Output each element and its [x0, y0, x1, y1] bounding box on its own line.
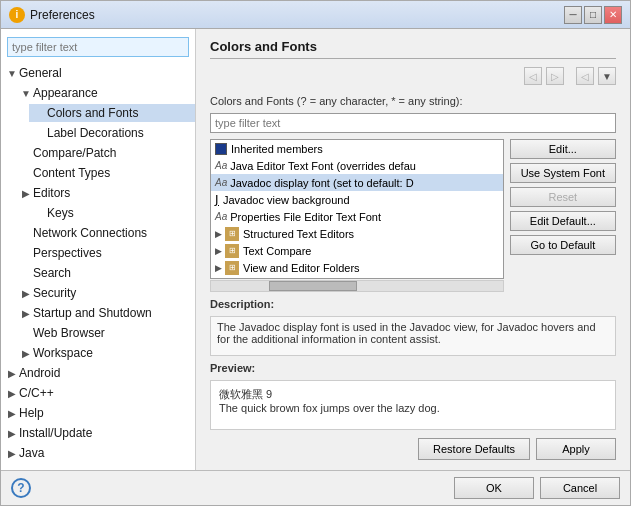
tree-label-perspectives: Perspectives [33, 246, 102, 260]
tree-label-editors: Editors [33, 186, 70, 200]
right-filter-input[interactable] [210, 113, 616, 133]
tree-item-keys[interactable]: Keys [29, 203, 195, 223]
list-item-properties[interactable]: Aa Properties File Editor Text Font [211, 208, 503, 225]
spacer-compare [19, 148, 33, 159]
aa-prefix-java: Aa [215, 160, 227, 171]
scroll-thumb [269, 281, 356, 291]
dialog-footer: ? OK Cancel [1, 470, 630, 505]
back-button[interactable]: ◁ [524, 67, 542, 85]
apply-button[interactable]: Apply [536, 438, 616, 460]
tree-label-help: Help [19, 406, 44, 420]
color-swatch-inherited [215, 143, 227, 155]
preview-chinese: 微软雅黑 9 [219, 387, 607, 402]
expand-icon-workspace: ▶ [19, 348, 33, 359]
tree-item-workspace[interactable]: ▶ Workspace [15, 343, 195, 363]
spacer-web [19, 328, 33, 339]
list-group-structured[interactable]: ▶ ⊞ Structured Text Editors [211, 225, 503, 242]
expand-icon-editors: ▶ [19, 188, 33, 199]
tree-item-android[interactable]: ▶ Android [1, 363, 195, 383]
list-item-java-editor[interactable]: Aa Java Editor Text Font (overrides defa… [211, 157, 503, 174]
tree-item-label-decorations[interactable]: Label Decorations [29, 123, 195, 143]
list-group-view-editor[interactable]: ▶ ⊞ View and Editor Folders [211, 259, 503, 276]
label-javadoc-display: Javadoc display font (set to default: D [230, 177, 413, 189]
tree-item-install-update[interactable]: ▶ Install/Update [1, 423, 195, 443]
dialog-title: Preferences [30, 8, 95, 22]
edit-button[interactable]: Edit... [510, 139, 616, 159]
expand-icon-install: ▶ [5, 428, 19, 439]
description-box: The Javadoc display font is used in the … [210, 316, 616, 356]
tree-item-network[interactable]: Network Connections [15, 223, 195, 243]
expand-icon-appearance: ▼ [19, 88, 33, 99]
tree-item-appearance[interactable]: ▼ Appearance [15, 83, 195, 103]
list-group-text-compare[interactable]: ▶ ⊞ Text Compare [211, 242, 503, 259]
tree-item-startup-shutdown[interactable]: ▶ Startup and Shutdown [15, 303, 195, 323]
list-item-javadoc-display[interactable]: Aa Javadoc display font (set to default:… [211, 174, 503, 191]
list-and-buttons: Inherited members Aa Java Editor Text Fo… [210, 139, 616, 292]
tree-item-security[interactable]: ▶ Security [15, 283, 195, 303]
tree-label-startup-shutdown: Startup and Shutdown [33, 306, 152, 320]
tree-item-run-debug[interactable]: ▶ Run/Debug [1, 463, 195, 466]
list-container: Inherited members Aa Java Editor Text Fo… [210, 139, 504, 279]
content-area: ▼ General ▼ Appearance Colors and Fonts [1, 29, 630, 470]
list-buttons: Edit... Use System Font Reset Edit Defau… [510, 139, 616, 292]
tree-label-keys: Keys [47, 206, 74, 220]
preview-title-label: Preview: [210, 362, 616, 374]
list-item-javadoc-bg[interactable]: J̲ Javadoc view background [211, 191, 503, 208]
tree-item-cpp[interactable]: ▶ C/C++ [1, 383, 195, 403]
tree-item-colors-fonts[interactable]: Colors and Fonts [29, 103, 195, 123]
aa-prefix-properties: Aa [215, 211, 227, 222]
tree-item-help[interactable]: ▶ Help [1, 403, 195, 423]
font-list[interactable]: Inherited members Aa Java Editor Text Fo… [210, 139, 504, 279]
dialog-icon: i [9, 7, 25, 23]
tree-item-search[interactable]: Search [15, 263, 195, 283]
label-properties: Properties File Editor Text Font [230, 211, 381, 223]
maximize-button[interactable]: □ [584, 6, 602, 24]
expand-icon-android: ▶ [5, 368, 19, 379]
nav-button3[interactable]: ◁ [576, 67, 594, 85]
tree-label-general: General [19, 66, 62, 80]
list-item-inherited[interactable]: Inherited members [211, 140, 503, 157]
tree-item-general[interactable]: ▼ General [1, 63, 195, 83]
horizontal-scrollbar[interactable] [210, 280, 504, 292]
section-title: Colors and Fonts [210, 39, 616, 59]
tree-item-editors[interactable]: ▶ Editors [15, 183, 195, 203]
group-icon-text-compare: ⊞ [225, 244, 239, 258]
tree-item-content-types[interactable]: Content Types [15, 163, 195, 183]
expand-icon-startup: ▶ [19, 308, 33, 319]
cancel-button[interactable]: Cancel [540, 477, 620, 499]
spacer-label [33, 128, 47, 139]
reset-button[interactable]: Reset [510, 187, 616, 207]
forward-button[interactable]: ▷ [546, 67, 564, 85]
restore-defaults-button[interactable]: Restore Defaults [418, 438, 530, 460]
tree-item-perspectives[interactable]: Perspectives [15, 243, 195, 263]
use-system-font-button[interactable]: Use System Font [510, 163, 616, 183]
label-inherited: Inherited members [231, 143, 323, 155]
edit-default-button[interactable]: Edit Default... [510, 211, 616, 231]
dropdown-button[interactable]: ▼ [598, 67, 616, 85]
group-expand-view-editor: ▶ [215, 263, 222, 273]
tree-item-web-browser[interactable]: Web Browser [15, 323, 195, 343]
preview-english: The quick brown fox jumps over the lazy … [219, 402, 607, 414]
tree-label-colors-fonts: Colors and Fonts [47, 106, 138, 120]
tree-label-install-update: Install/Update [19, 426, 92, 440]
group-expand-structured: ▶ [215, 229, 222, 239]
expand-icon-help: ▶ [5, 408, 19, 419]
nav-bar: ◁ ▷ ◁ ▼ [210, 67, 616, 85]
label-javadoc-bg: Javadoc view background [223, 194, 350, 206]
ok-button[interactable]: OK [454, 477, 534, 499]
tree-label-security: Security [33, 286, 76, 300]
go-to-default-button[interactable]: Go to Default [510, 235, 616, 255]
tree-item-java[interactable]: ▶ Java [1, 443, 195, 463]
expand-icon-security: ▶ [19, 288, 33, 299]
tree-label-android: Android [19, 366, 60, 380]
tree-item-compare-patch[interactable]: Compare/Patch [15, 143, 195, 163]
tree-filter-input[interactable] [7, 37, 189, 57]
tree-label-cpp: C/C++ [19, 386, 54, 400]
left-panel: ▼ General ▼ Appearance Colors and Fonts [1, 29, 196, 470]
label-view-editor: View and Editor Folders [243, 262, 360, 274]
help-button[interactable]: ? [11, 478, 31, 498]
close-button[interactable]: ✕ [604, 6, 622, 24]
minimize-button[interactable]: ─ [564, 6, 582, 24]
spacer-content [19, 168, 33, 179]
label-java-editor: Java Editor Text Font (overrides defau [230, 160, 416, 172]
